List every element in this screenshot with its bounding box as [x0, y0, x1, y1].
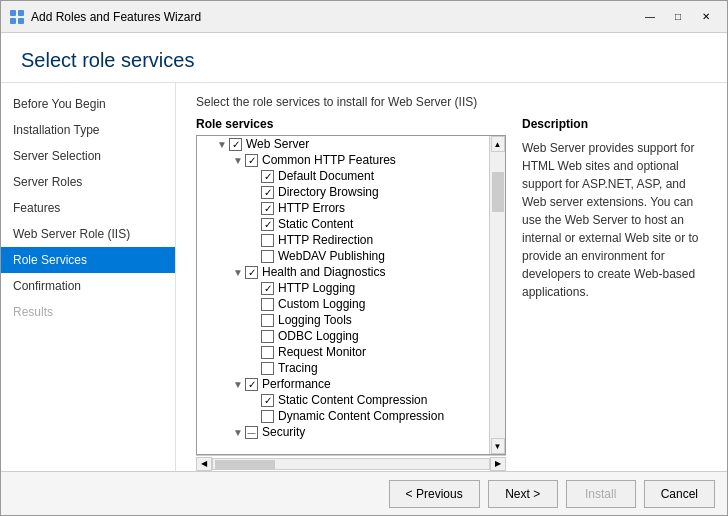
checkbox-security[interactable]: [245, 426, 258, 439]
checkbox-logging-tools[interactable]: [261, 314, 274, 327]
checkbox-tracing[interactable]: [261, 362, 274, 375]
checkbox-common-http[interactable]: [245, 154, 258, 167]
tree-item-performance[interactable]: ▼ Performance: [197, 376, 489, 392]
svg-rect-2: [10, 18, 16, 24]
description-text: Web Server provides support for HTML Web…: [522, 139, 707, 301]
checkbox-request-monitor[interactable]: [261, 346, 274, 359]
tree-item-health-diagnostics[interactable]: ▼ Health and Diagnostics: [197, 264, 489, 280]
checkbox-custom-logging[interactable]: [261, 298, 274, 311]
maximize-button[interactable]: □: [665, 7, 691, 27]
tree-item-directory-browsing[interactable]: Directory Browsing: [197, 184, 489, 200]
scroll-thumb[interactable]: [492, 172, 504, 212]
horizontal-scrollbar[interactable]: ◀ ▶: [196, 455, 506, 471]
scroll-down-arrow[interactable]: ▼: [491, 438, 505, 454]
checkbox-web-server[interactable]: [229, 138, 242, 151]
tree-item-web-server[interactable]: ▼ Web Server: [197, 136, 489, 152]
window-controls: — □ ✕: [637, 7, 719, 27]
checkbox-static-content-compression[interactable]: [261, 394, 274, 407]
svg-rect-1: [18, 10, 24, 16]
close-button[interactable]: ✕: [693, 7, 719, 27]
checkbox-http-redirection[interactable]: [261, 234, 274, 247]
role-services-label: Role services: [196, 117, 506, 131]
checkbox-performance[interactable]: [245, 378, 258, 391]
tree-item-common-http[interactable]: ▼ Common HTTP Features: [197, 152, 489, 168]
title-bar: Add Roles and Features Wizard — □ ✕: [1, 1, 727, 33]
h-scroll-track[interactable]: [212, 458, 490, 470]
checkbox-dynamic-content-compression[interactable]: [261, 410, 274, 423]
right-instruction: Select the role services to install for …: [176, 83, 727, 117]
main-layout: Before You Begin Installation Type Serve…: [1, 83, 727, 471]
minimize-button[interactable]: —: [637, 7, 663, 27]
sidebar-item-confirmation[interactable]: Confirmation: [1, 273, 175, 299]
sidebar-item-before-you-begin[interactable]: Before You Begin: [1, 91, 175, 117]
checkbox-http-errors[interactable]: [261, 202, 274, 215]
checkbox-default-document[interactable]: [261, 170, 274, 183]
checkbox-webdav[interactable]: [261, 250, 274, 263]
sidebar-item-web-server-role[interactable]: Web Server Role (IIS): [1, 221, 175, 247]
tree-item-tracing[interactable]: Tracing: [197, 360, 489, 376]
role-services-panel: Role services ▼ Web Server: [196, 117, 506, 471]
previous-button[interactable]: < Previous: [389, 480, 480, 508]
tree-item-http-errors[interactable]: HTTP Errors: [197, 200, 489, 216]
tree-item-dynamic-content-compression[interactable]: Dynamic Content Compression: [197, 408, 489, 424]
tree-item-webdav[interactable]: WebDAV Publishing: [197, 248, 489, 264]
scroll-left-arrow[interactable]: ◀: [196, 457, 212, 471]
tree-item-request-monitor[interactable]: Request Monitor: [197, 344, 489, 360]
tree-item-static-content[interactable]: Static Content: [197, 216, 489, 232]
tree-area[interactable]: ▼ Web Server ▼ Comm: [197, 136, 489, 454]
window-title: Add Roles and Features Wizard: [31, 10, 637, 24]
install-button[interactable]: Install: [566, 480, 636, 508]
tree-item-custom-logging[interactable]: Custom Logging: [197, 296, 489, 312]
checkbox-http-logging[interactable]: [261, 282, 274, 295]
scroll-track[interactable]: [491, 152, 505, 438]
checkbox-directory-browsing[interactable]: [261, 186, 274, 199]
tree-item-http-redirection[interactable]: HTTP Redirection: [197, 232, 489, 248]
description-panel: Description Web Server provides support …: [506, 117, 707, 471]
tree-item-http-logging[interactable]: HTTP Logging: [197, 280, 489, 296]
checkbox-odbc-logging[interactable]: [261, 330, 274, 343]
right-panel: Select the role services to install for …: [176, 83, 727, 471]
sidebar-item-server-roles[interactable]: Server Roles: [1, 169, 175, 195]
h-scroll-thumb[interactable]: [215, 460, 275, 470]
checkbox-health-diagnostics[interactable]: [245, 266, 258, 279]
svg-rect-0: [10, 10, 16, 16]
expand-health[interactable]: ▼: [231, 267, 245, 278]
tree-item-default-document[interactable]: Default Document: [197, 168, 489, 184]
scroll-right-arrow[interactable]: ▶: [490, 457, 506, 471]
window: Add Roles and Features Wizard — □ ✕ Sele…: [0, 0, 728, 516]
scroll-up-arrow[interactable]: ▲: [491, 136, 505, 152]
expand-web-server[interactable]: ▼: [215, 139, 229, 150]
right-body: Role services ▼ Web Server: [176, 117, 727, 471]
next-button[interactable]: Next >: [488, 480, 558, 508]
tree-item-static-content-compression[interactable]: Static Content Compression: [197, 392, 489, 408]
sidebar: Before You Begin Installation Type Serve…: [1, 83, 176, 471]
sidebar-item-features[interactable]: Features: [1, 195, 175, 221]
expand-security[interactable]: ▼: [231, 427, 245, 438]
tree-item-odbc-logging[interactable]: ODBC Logging: [197, 328, 489, 344]
expand-performance[interactable]: ▼: [231, 379, 245, 390]
page-title: Select role services: [21, 49, 707, 72]
cancel-button[interactable]: Cancel: [644, 480, 715, 508]
description-label: Description: [522, 117, 707, 131]
sidebar-item-role-services[interactable]: Role Services: [1, 247, 175, 273]
tree-item-logging-tools[interactable]: Logging Tools: [197, 312, 489, 328]
bottom-bar: < Previous Next > Install Cancel: [1, 471, 727, 515]
sidebar-item-server-selection[interactable]: Server Selection: [1, 143, 175, 169]
expand-common-http[interactable]: ▼: [231, 155, 245, 166]
tree-item-security[interactable]: ▼ Security: [197, 424, 489, 440]
vertical-scrollbar[interactable]: ▲ ▼: [489, 136, 505, 454]
svg-rect-3: [18, 18, 24, 24]
sidebar-item-results: Results: [1, 299, 175, 325]
app-icon: [9, 9, 25, 25]
checkbox-static-content[interactable]: [261, 218, 274, 231]
sidebar-item-installation-type[interactable]: Installation Type: [1, 117, 175, 143]
page-header: Select role services: [1, 33, 727, 83]
tree-inner: ▼ Web Server ▼ Comm: [197, 136, 489, 440]
